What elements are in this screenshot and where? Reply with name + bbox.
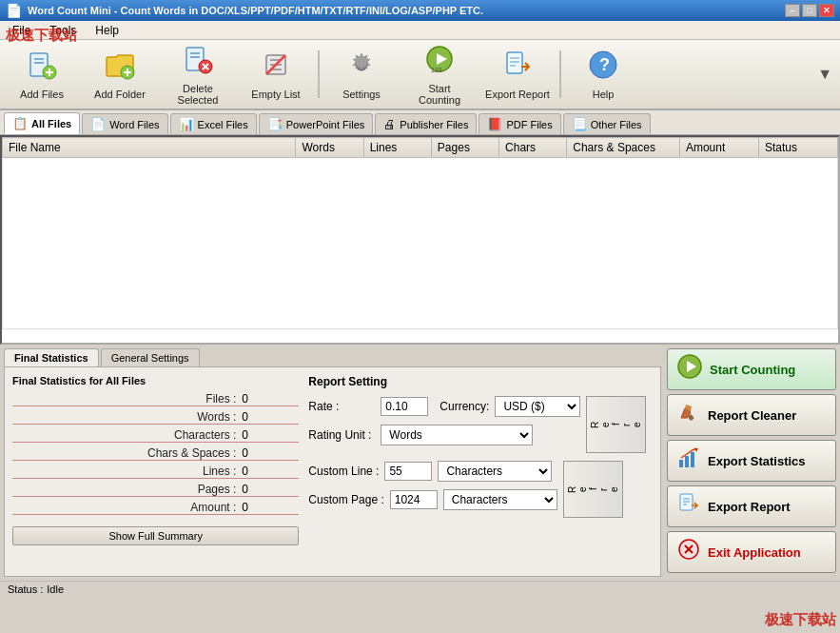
col-amount: Amount: [679, 138, 758, 158]
stats-label-pages: Pages :: [12, 483, 242, 496]
status-bar: Status : Idle: [0, 581, 840, 597]
menu-tools[interactable]: Tools: [41, 21, 85, 40]
empty-list-button[interactable]: Empty List: [238, 44, 314, 105]
tab-word-files[interactable]: 📄 Word Files: [82, 113, 167, 134]
exit-application-label: Exit Application: [708, 545, 801, 560]
delete-selected-icon: [183, 44, 213, 81]
delete-selected-button[interactable]: Delete Selected: [160, 44, 236, 105]
svg-text:123: 123: [431, 67, 442, 73]
export-report-button[interactable]: Export Report: [667, 485, 836, 527]
stats-title: Final Statistics for All Files: [12, 375, 299, 386]
close-button[interactable]: ✕: [819, 4, 834, 17]
add-folder-label: Add Folder: [94, 89, 146, 100]
col-filename: File Name: [3, 138, 296, 158]
report-row-rating-unit: Rating Unit : Words Characters Lines Pag…: [308, 425, 580, 445]
status-value: Idle: [47, 584, 64, 595]
stats-label-files: Files :: [12, 392, 242, 406]
tab-powerpoint-files[interactable]: 📑 PowerPoint Files: [259, 113, 374, 134]
rate-label: Rate :: [308, 400, 375, 413]
tab-all-files[interactable]: 📋 All Files: [4, 112, 80, 134]
tab-excel-files[interactable]: 📊 Excel Files: [170, 113, 257, 134]
stats-row-words: Words : 0: [12, 410, 299, 425]
tab-final-statistics[interactable]: Final Statistics: [4, 348, 99, 366]
rate-input[interactable]: [381, 397, 428, 416]
add-folder-button[interactable]: Add Folder: [82, 44, 158, 105]
rating-unit-select[interactable]: Words Characters Lines Pages: [381, 425, 533, 445]
export-report-action-label: Export Report: [708, 500, 791, 514]
svg-rect-34: [691, 452, 694, 467]
toolbar-scroll[interactable]: ▼: [813, 64, 836, 85]
maximize-button[interactable]: □: [802, 4, 817, 17]
refresh-button-1[interactable]: Refre: [586, 396, 646, 453]
panel-content: Final Statistics for All Files Files : 0…: [4, 366, 661, 577]
show-summary-button[interactable]: Show Full Summary: [12, 526, 299, 545]
currency-label: Currency:: [440, 400, 489, 413]
report-section: Report Setting Rate : Currency: USD ($) …: [308, 375, 653, 568]
export-report-toolbar-label: Export Report: [485, 89, 550, 100]
tab-other-files[interactable]: 📃 Other Files: [563, 113, 651, 134]
custom-page-input[interactable]: [390, 490, 438, 509]
menu-help[interactable]: Help: [87, 21, 127, 40]
panel-tabs: Final Statistics General Settings: [4, 348, 661, 366]
toolbar-separator-1: [318, 50, 320, 98]
stats-value-amount: 0: [242, 501, 299, 514]
col-words: Words: [296, 138, 363, 158]
export-report-toolbar-button[interactable]: Export Report: [479, 44, 556, 105]
report-cleaner-label: Report Cleaner: [708, 408, 796, 423]
report-cleaner-icon: [677, 401, 700, 429]
exit-application-button[interactable]: Exit Application: [667, 531, 836, 573]
file-table-container: File Name Words Lines Pages Chars Chars …: [0, 135, 840, 345]
custom-page-unit-select[interactable]: Characters Words: [443, 489, 557, 510]
minimize-button[interactable]: –: [785, 4, 800, 17]
svg-rect-33: [685, 456, 689, 467]
add-files-button[interactable]: Add Files: [4, 44, 80, 105]
stats-label-words: Words :: [12, 410, 242, 424]
stats-section: Final Statistics for All Files Files : 0…: [12, 375, 299, 568]
empty-list-label: Empty List: [251, 89, 300, 100]
left-panel: Final Statistics General Settings Final …: [4, 348, 661, 577]
custom-line-unit-select[interactable]: Characters Words: [438, 461, 552, 482]
exit-application-icon: [677, 538, 700, 566]
custom-page-label: Custom Page :: [308, 493, 383, 506]
export-statistics-button[interactable]: Export Statistics: [667, 440, 836, 482]
stats-row-chars-spaces: Chars & Spaces : 0: [12, 446, 299, 461]
tab-pdf-files[interactable]: 📕 PDF Files: [479, 113, 560, 134]
help-button[interactable]: ? Help: [565, 44, 641, 105]
excel-files-tab-icon: 📊: [179, 117, 194, 131]
help-icon: ?: [588, 49, 618, 87]
menu-file[interactable]: File: [4, 21, 39, 40]
report-cleaner-button[interactable]: Report Cleaner: [667, 394, 836, 436]
svg-text:?: ?: [599, 55, 610, 74]
refresh-button-2[interactable]: Refre: [563, 461, 623, 518]
stats-value-files: 0: [242, 392, 299, 406]
stats-value-chars: 0: [242, 428, 299, 442]
publisher-files-tab-icon: 🖨: [383, 117, 396, 131]
svg-rect-32: [679, 460, 683, 467]
toolbar-separator-2: [559, 50, 561, 98]
custom-line-input[interactable]: [384, 462, 432, 481]
stats-label-lines: Lines :: [12, 465, 242, 478]
svg-marker-35: [694, 448, 698, 452]
stats-value-words: 0: [242, 410, 299, 424]
tab-general-settings[interactable]: General Settings: [101, 348, 200, 366]
all-files-tab-icon: 📋: [12, 116, 28, 130]
stats-row-chars: Characters : 0: [12, 428, 299, 443]
export-report-icon: [502, 49, 533, 87]
watermark-bottom: 极速下载站: [765, 611, 836, 629]
currency-select[interactable]: USD ($) EUR (€) GBP (£): [495, 396, 580, 417]
settings-button[interactable]: Settings: [323, 44, 400, 105]
help-label: Help: [593, 89, 615, 100]
word-files-tab-icon: 📄: [90, 117, 106, 131]
app-icon: 📄: [6, 3, 22, 18]
right-panel: Start Counting Report Cleaner: [667, 348, 836, 577]
stats-label-chars-spaces: Chars & Spaces :: [12, 446, 242, 460]
empty-list-icon: [261, 49, 291, 87]
start-counting-toolbar-button[interactable]: 123 Start Counting: [401, 44, 478, 105]
status-label: Status :: [8, 584, 43, 595]
col-lines: Lines: [363, 138, 431, 158]
start-counting-action-icon: [677, 354, 702, 385]
col-chars: Chars: [499, 138, 567, 158]
tab-publisher-files[interactable]: 🖨 Publisher Files: [375, 113, 477, 134]
add-files-label: Add Files: [20, 89, 64, 100]
start-counting-button[interactable]: Start Counting: [667, 348, 836, 390]
